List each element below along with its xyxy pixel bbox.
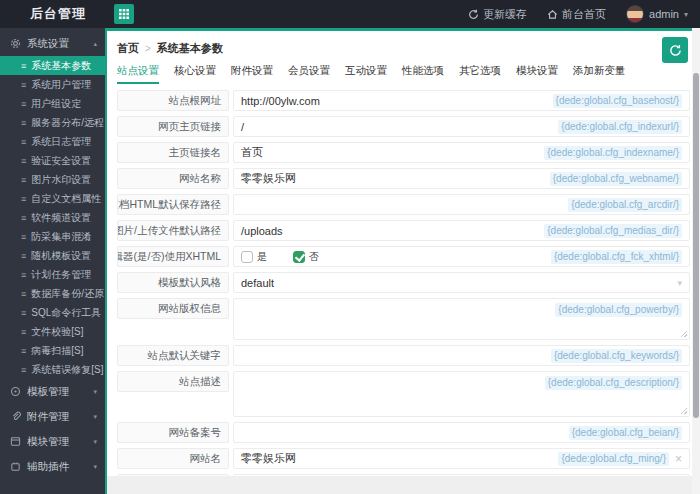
sidebar-item-0-13[interactable]: ≡SQL命令行工具 [0,303,105,322]
sidebar-item-label: 数据库备份/还原 [31,287,104,301]
breadcrumb-home[interactable]: 首页 [117,41,139,56]
field-value: default [241,277,274,289]
menu-lines-icon: ≡ [21,137,26,147]
resize-handle-icon[interactable] [679,406,687,414]
form-row: 图片/上传文件默认路径/uploads{dede:global.cfg_medi… [117,220,690,241]
field-input[interactable] [233,474,690,476]
reload-page-button[interactable] [662,37,688,63]
field-label: 网站版权信息 [117,298,229,319]
resize-handle-icon[interactable] [679,329,687,337]
tab-2[interactable]: 附件设置 [231,64,273,82]
field-input[interactable]: /uploads{dede:global.cfg_medias_dir/} [233,220,690,241]
radio-unchecked-icon[interactable] [241,251,253,263]
sidebar-item-0-11[interactable]: ≡计划任务管理 [0,265,105,284]
form-row: 站点默认关键字{dede:global.cfg_keywords/} [117,345,690,366]
field-input[interactable]: 首页{dede:global.cfg_indexname/} [233,142,690,163]
scrollbar-thumb[interactable] [693,73,699,418]
sidebar-group-module[interactable]: 模块管理▾ [0,429,105,454]
chevron-down-icon: ▾ [93,388,97,396]
field-label: 网页主页链接 [117,116,229,137]
form-row [117,474,690,476]
sidebar-item-0-12[interactable]: ≡数据库备份/还原 [0,284,105,303]
settings-panel: 首页 > 系统基本参数 站点设置核心设置附件设置会员设置互动设置性能选项其它选项… [107,28,700,476]
front-home-button[interactable]: 前台首页 [547,7,606,22]
sidebar-item-0-15[interactable]: ≡病毒扫描[S] [0,341,105,360]
tab-5[interactable]: 性能选项 [402,64,444,82]
tab-4[interactable]: 互动设置 [345,64,387,82]
sidebar-item-0-5[interactable]: ≡验证安全设置 [0,151,105,170]
clear-icon[interactable]: × [675,453,682,465]
field-textarea[interactable]: {dede:global.cfg_description/} [233,371,690,417]
field-input[interactable]: /{dede:global.cfg_indexurl/} [233,116,690,137]
form-row: 网站备案号{dede:global.cfg_beian/} [117,422,690,443]
template-tag: {dede:global.cfg_medias_dir/} [544,224,682,238]
tab-3[interactable]: 会员设置 [288,64,330,82]
field-label: 网站名 [117,448,229,469]
field-label: 网站备案号 [117,422,229,443]
sidebar-group-label: 模块管理 [27,435,69,449]
sidebar-item-0-3[interactable]: ≡服务器分布/远程 [0,113,105,132]
sidebar-item-0-2[interactable]: ≡用户组设定 [0,94,105,113]
sidebar-item-0-7[interactable]: ≡自定义文档属性 [0,189,105,208]
menu-lines-icon: ≡ [21,118,26,128]
breadcrumb-separator: > [145,43,151,54]
field-input[interactable]: {dede:global.cfg_arcdir/} [233,194,690,215]
menu-lines-icon: ≡ [21,327,26,337]
sidebar-item-0-6[interactable]: ≡图片水印设置 [0,170,105,189]
menu-lines-icon: ≡ [21,61,26,71]
gear-icon [10,38,21,49]
field-value: 零零娱乐网 [241,451,296,466]
home-icon [547,9,558,20]
tab-1[interactable]: 核心设置 [174,64,216,82]
sidebar-item-0-14[interactable]: ≡文件校验[S] [0,322,105,341]
field-label: 文档HTML默认保存路径 [117,194,229,215]
sidebar: 系统设置▴≡系统基本参数≡系统用户管理≡用户组设定≡服务器分布/远程≡系统日志管… [0,28,107,494]
form-row: 站点根网址http://00ylw.com{dede:global.cfg_ba… [117,90,690,111]
page-title: 后台管理 [30,5,86,23]
sidebar-item-label: 随机模板设置 [31,249,91,263]
breadcrumb: 首页 > 系统基本参数 [117,31,690,60]
field-input[interactable]: 零零娱乐网{dede:global.cfg_webname/} [233,168,690,189]
sidebar-group-plugin[interactable]: 辅助插件▾ [0,454,105,479]
sidebar-item-label: 病毒扫描[S] [31,344,83,358]
tab-8[interactable]: 添加新变量 [573,64,626,82]
radio-checked-icon[interactable] [293,251,305,263]
sidebar-group-template[interactable]: 模板管理▾ [0,379,105,404]
sidebar-item-0-4[interactable]: ≡系统日志管理 [0,132,105,151]
sidebar-item-label: 软件频道设置 [31,211,91,225]
field-input[interactable]: {dede:global.cfg_beian/} [233,422,690,443]
tab-0[interactable]: 站点设置 [117,64,159,84]
field-input[interactable]: 零零娱乐网{dede:global.cfg_ming/}× [233,448,690,469]
field-label: 站点默认关键字 [117,345,229,366]
sidebar-item-0-1[interactable]: ≡系统用户管理 [0,75,105,94]
chevron-down-icon: ▾ [684,10,688,19]
field-input[interactable]: 是否{dede:global.cfg_fck_xhtml/} [233,246,690,267]
user-menu[interactable]: admin ▾ [626,5,688,23]
field-input[interactable]: http://00ylw.com{dede:global.cfg_basehos… [233,90,690,111]
template-tag: {dede:global.cfg_fck_xhtml/} [551,250,682,264]
sidebar-item-0-10[interactable]: ≡随机模板设置 [0,246,105,265]
scrollbar[interactable] [692,28,700,494]
apps-grid-button[interactable] [114,4,134,24]
template-tag: {dede:global.cfg_indexname/} [544,146,682,160]
template-tag: {dede:global.cfg_beian/} [569,426,682,440]
update-cache-button[interactable]: 更新缓存 [468,7,527,22]
dropdown-caret-icon[interactable]: ▾ [677,278,682,288]
field-input[interactable]: {dede:global.cfg_keywords/} [233,345,690,366]
radio-option: 否 [293,250,319,264]
sidebar-group-system[interactable]: 系统设置▴ [0,31,105,56]
menu-lines-icon: ≡ [21,99,26,109]
template-tag: {dede:global.cfg_arcdir/} [568,198,682,212]
tab-6[interactable]: 其它选项 [459,64,501,82]
sidebar-group-attachment[interactable]: 附件管理▾ [0,404,105,429]
sidebar-item-0-9[interactable]: ≡防采集串混淆 [0,227,105,246]
sidebar-item-0-8[interactable]: ≡软件频道设置 [0,208,105,227]
sidebar-item-0-16[interactable]: ≡系统错误修复[S] [0,360,105,379]
sidebar-item-0-0[interactable]: ≡系统基本参数 [0,56,105,75]
field-label: 站点描述 [117,371,229,392]
field-textarea[interactable]: {dede:global.cfg_powerby/} [233,298,690,340]
chevron-down-icon: ▾ [93,438,97,446]
window-icon [10,436,21,447]
field-select[interactable]: default▾ [233,272,690,293]
tab-7[interactable]: 模块设置 [516,64,558,82]
